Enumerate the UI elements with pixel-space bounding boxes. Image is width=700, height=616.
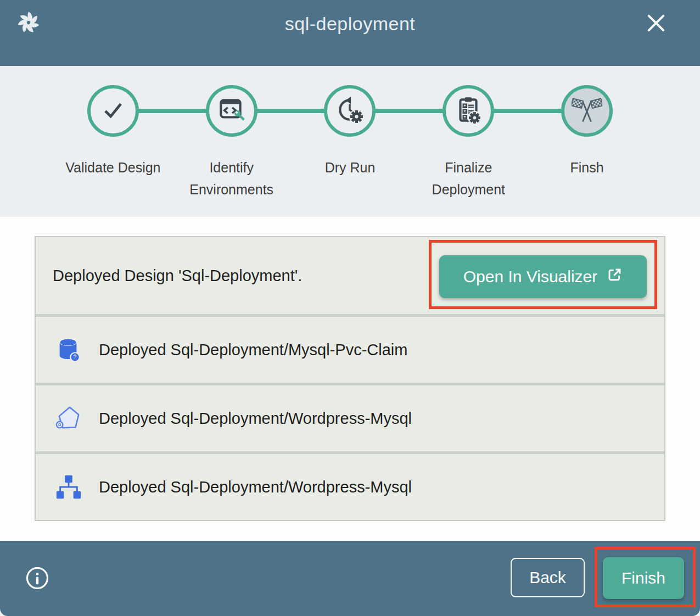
deployed-item-text: Deployed Sql-Deployment/Mysql-Pvc-Claim <box>99 341 407 359</box>
stepper-steps: Validate Design <box>0 66 700 200</box>
step-identify-environments[interactable]: Identify Environments <box>172 66 291 200</box>
step-label: Finsh <box>570 156 604 178</box>
pentagon-icon <box>55 405 82 432</box>
back-button[interactable]: Back <box>511 558 585 597</box>
step-label: Dry Run <box>325 156 376 178</box>
database-icon: ? <box>55 336 82 363</box>
open-in-visualizer-button[interactable]: Open In Visualizer <box>439 255 647 298</box>
step-circle-finish <box>561 85 613 137</box>
step-label: Validate Design <box>65 156 160 178</box>
check-icon <box>99 96 127 126</box>
deployed-item-row: Deployed Sql-Deployment/Wordpress-Mysql <box>36 454 664 520</box>
results-panel: Deployed Design 'Sql-Deployment'. Open I… <box>35 236 665 521</box>
deployed-item-row: Deployed Sql-Deployment/Wordpress-Mysql <box>36 385 664 451</box>
summary-row: Deployed Design 'Sql-Deployment'. Open I… <box>36 237 664 314</box>
deployment-wizard-dialog: sql-deployment Validate Design <box>0 0 700 616</box>
info-button[interactable] <box>25 566 49 590</box>
code-config-icon <box>217 95 247 127</box>
dialog-footer <box>0 541 700 616</box>
results-area: Deployed Design 'Sql-Deployment'. Open I… <box>0 217 700 541</box>
close-button[interactable] <box>644 11 668 35</box>
dialog-title: sql-deployment <box>0 13 700 35</box>
dialog-header: sql-deployment <box>0 0 700 66</box>
step-label: Identify Environments <box>181 156 282 200</box>
svg-text:?: ? <box>74 354 77 360</box>
close-icon <box>644 29 668 37</box>
sitemap-icon <box>55 473 82 501</box>
info-icon <box>25 584 49 592</box>
step-circle-validate <box>87 85 139 137</box>
step-finish[interactable]: Finsh <box>528 66 646 200</box>
step-finalize-deployment[interactable]: Finalize Deployment <box>409 66 528 200</box>
deployed-item-text: Deployed Sql-Deployment/Wordpress-Mysql <box>99 410 412 428</box>
deployed-item-text: Deployed Sql-Deployment/Wordpress-Mysql <box>99 478 412 496</box>
step-circle-identify <box>206 85 257 137</box>
finish-button[interactable]: Finish <box>603 557 684 599</box>
summary-text: Deployed Design 'Sql-Deployment'. <box>53 267 302 285</box>
step-label: Finalize Deployment <box>418 156 519 200</box>
finish-flags-icon <box>572 94 602 127</box>
step-dry-run[interactable]: Dry Run <box>291 66 410 200</box>
step-circle-finalize <box>443 85 494 137</box>
visualizer-button-label: Open In Visualizer <box>463 267 598 286</box>
finalize-checklist-icon <box>453 95 483 127</box>
open-in-new-icon <box>606 267 623 287</box>
step-validate-design[interactable]: Validate Design <box>54 66 172 200</box>
deployed-item-row: ? Deployed Sql-Deployment/Mysql-Pvc-Clai… <box>36 317 664 383</box>
dry-run-icon <box>335 95 365 127</box>
deployment-stepper: Validate Design <box>0 66 700 217</box>
step-circle-dry-run <box>324 85 376 137</box>
